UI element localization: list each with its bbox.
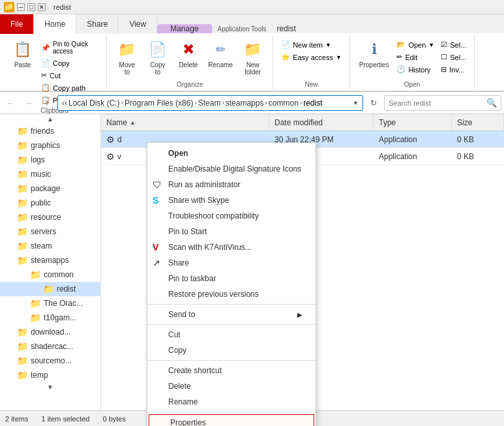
ctx-create-shortcut[interactable]: Create shortcut: [147, 363, 316, 378]
sidebar-item-redist[interactable]: 📁 redist: [0, 282, 100, 296]
file-cell-size-2: 0 KB: [452, 152, 504, 161]
sidebar-item-common[interactable]: 📁 common: [0, 267, 100, 282]
ctx-share-skype[interactable]: S Share with Skype: [147, 192, 316, 208]
address-box[interactable]: ‹‹ Local Disk (C:) › Program Files (x86)…: [57, 95, 363, 111]
sidebar-label: common: [44, 270, 74, 279]
edit-button[interactable]: ✏ Edit: [394, 52, 437, 63]
sidebar-item-servers[interactable]: 📁 servers: [0, 224, 100, 239]
minimize-button[interactable]: ─: [17, 3, 25, 11]
ctx-share[interactable]: ↗ Share: [147, 255, 316, 271]
ctx-shortcut-label: Create shortcut: [168, 366, 222, 375]
tab-share[interactable]: Share: [76, 14, 119, 34]
cut-button[interactable]: ✂ Cut: [38, 70, 101, 81]
back-button[interactable]: ←: [3, 95, 18, 111]
history-button[interactable]: 🕐 History: [394, 64, 437, 75]
edit-icon: ✏: [396, 53, 402, 61]
sidebar-item-t10gam[interactable]: 📁 t10gam...: [0, 311, 100, 325]
cut-label: Cut: [50, 72, 61, 80]
ctx-run-admin[interactable]: 🛡 Run as administrator: [147, 177, 316, 192]
tab-home[interactable]: Home: [34, 14, 76, 34]
pin-quick-access-button[interactable]: 📌 Pin to Quickaccess: [38, 39, 101, 56]
tab-file[interactable]: File: [0, 14, 34, 34]
ctx-delete[interactable]: Delete: [147, 378, 316, 394]
rename-button[interactable]: ✏ Rename: [204, 37, 237, 71]
ribbon-group-open: ℹ Properties 📂 Open ▼ ✏ Edit 🕐: [350, 35, 475, 89]
ctx-pin-taskbar[interactable]: Pin to taskbar: [147, 271, 316, 286]
col-header-size[interactable]: Size: [452, 114, 504, 130]
ctx-send-arrow: ▶: [297, 311, 303, 318]
select-all-button[interactable]: ☑ Sel...: [438, 39, 469, 50]
refresh-button[interactable]: ↻: [366, 95, 381, 111]
tab-manage[interactable]: Manage: [157, 24, 212, 33]
easy-access-button[interactable]: ⭐ Easy access ▼: [278, 52, 344, 63]
sidebar-item-steam[interactable]: 📁 steam: [0, 239, 100, 253]
col-header-type[interactable]: Type: [374, 114, 452, 130]
select-none-button[interactable]: ☐ Sel...: [438, 52, 469, 63]
col-header-name[interactable]: Name ▲: [101, 114, 269, 130]
file-type-1: Application: [379, 135, 417, 144]
sidebar-item-steamapps[interactable]: 📁 steamapps: [0, 253, 100, 267]
sidebar-item-temp[interactable]: 📁 temp: [0, 368, 100, 382]
invert-selection-button[interactable]: ⊟ Inv...: [438, 64, 469, 75]
scroll-down-button[interactable]: ▼: [0, 382, 100, 392]
delete-button[interactable]: ✖ Delete: [173, 37, 203, 71]
address-arrow-1: ›: [121, 99, 123, 106]
search-box[interactable]: 🔍: [384, 95, 501, 111]
ctx-enable-disable-sig[interactable]: Enable/Disable Digital Signature Icons: [147, 161, 316, 177]
sidebar-item-download[interactable]: 📁 download...: [0, 325, 100, 339]
sidebar-label: servers: [31, 227, 56, 236]
sidebar-label: package: [31, 184, 60, 193]
sidebar-label: download...: [31, 327, 70, 337]
new-folder-button[interactable]: 📁 Newfolder: [238, 37, 267, 78]
ctx-send-to[interactable]: Send to ▶: [147, 307, 316, 322]
scroll-up-button[interactable]: ▲: [0, 114, 100, 124]
search-input[interactable]: [389, 99, 484, 107]
tab-view[interactable]: View: [119, 14, 157, 34]
sidebar-item-music[interactable]: 📁 music: [0, 167, 100, 181]
maximize-button[interactable]: □: [27, 3, 35, 11]
sidebar-item-resource[interactable]: 📁 resource: [0, 210, 100, 224]
ctx-scan-antivirus[interactable]: V Scan with K7AntiVirus...: [147, 239, 316, 255]
invert-label: Inv...: [449, 66, 464, 74]
ctx-troubleshoot[interactable]: Troubleshoot compatibility: [147, 208, 316, 224]
ctx-rename-label: Rename: [168, 397, 198, 406]
col-header-date[interactable]: Date modified: [269, 114, 374, 130]
sidebar-item-graphics[interactable]: 📁 graphics: [0, 138, 100, 153]
close-button[interactable]: ✕: [38, 3, 46, 11]
ctx-open[interactable]: Open: [147, 145, 316, 161]
ctx-properties[interactable]: Properties: [149, 414, 314, 426]
move-to-button[interactable]: 📁 Moveto: [112, 37, 141, 78]
sidebar-item-shadercac[interactable]: 📁 shadercac...: [0, 339, 100, 354]
ctx-share-icon: ↗: [153, 258, 160, 268]
up-button[interactable]: ↑: [39, 95, 55, 111]
sidebar-item-public[interactable]: 📁 public: [0, 196, 100, 210]
new-item-button[interactable]: 📄 New item ▼: [278, 39, 344, 50]
ctx-restore-versions[interactable]: Restore previous versions: [147, 286, 316, 302]
copy-button[interactable]: 📄 Copy: [38, 57, 101, 68]
ctx-rename[interactable]: Rename: [147, 394, 316, 410]
copy-to-button[interactable]: 📄 Copyto: [143, 37, 172, 78]
file-header: Name ▲ Date modified Type Size: [101, 114, 504, 131]
sidebar: ▲ 📁 friends 📁 graphics 📁 logs 📁 music 📁 …: [0, 114, 101, 411]
sidebar-item-theoracle[interactable]: 📁 The Orac...: [0, 296, 100, 311]
ctx-cut[interactable]: Cut: [147, 327, 316, 342]
ctx-skype-icon: S: [153, 195, 158, 205]
ctx-copy[interactable]: Copy: [147, 342, 316, 358]
properties-button[interactable]: ℹ Properties: [355, 37, 393, 71]
sidebar-item-sourcemo[interactable]: 📁 sourcemo...: [0, 354, 100, 368]
open-label: Open: [404, 81, 420, 88]
forward-button[interactable]: →: [21, 95, 37, 111]
copy-path-button[interactable]: 📋 Copy path: [38, 82, 101, 93]
sidebar-item-logs[interactable]: 📁 logs: [0, 153, 100, 167]
ctx-pin-start[interactable]: Pin to Start: [147, 224, 316, 239]
sidebar-item-friends[interactable]: 📁 friends: [0, 124, 100, 138]
folder-icon: 📁: [17, 183, 28, 194]
address-dropdown[interactable]: ▼: [353, 100, 359, 106]
file-name-1: d: [117, 135, 122, 144]
ctx-antivirus-icon: V: [153, 242, 158, 252]
properties-label: Properties: [359, 61, 389, 68]
paste-label: Paste: [14, 61, 31, 68]
open-button[interactable]: 📂 Open ▼: [394, 39, 437, 50]
sidebar-item-package[interactable]: 📁 package: [0, 181, 100, 196]
paste-button[interactable]: 📋 Paste: [8, 37, 37, 71]
